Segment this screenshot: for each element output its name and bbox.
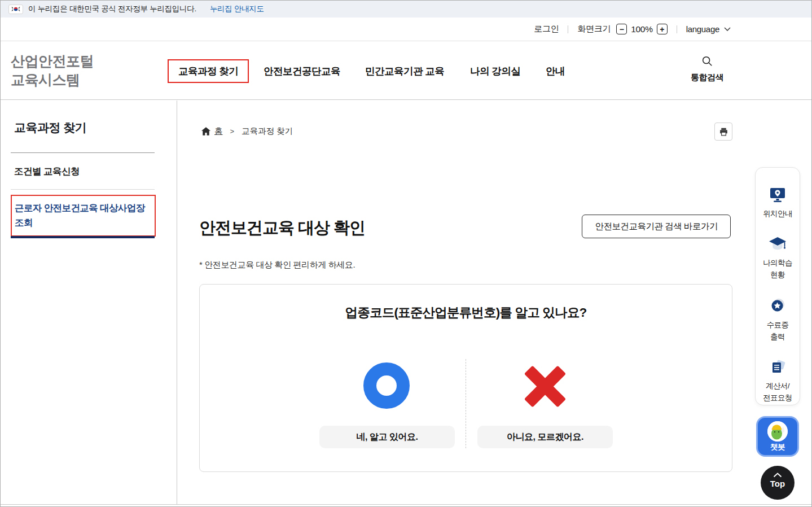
government-banner: 이 누리집은 대한민국 공식 전자정부 누리집입니다. 누리집 안내지도: [1, 1, 811, 18]
nav-label: 안전보건공단교육: [264, 64, 340, 78]
top-label: Top: [761, 479, 795, 488]
left-sidebar: 교육과정 찾기 조건별 교육신청 근로자 안전보건교육 대상사업장 조회: [1, 100, 177, 505]
login-link[interactable]: 로그인: [534, 24, 559, 34]
yes-button[interactable]: 네, 알고 있어요.: [319, 426, 455, 448]
page-title: 안전보건교육 대상 확인: [199, 217, 365, 239]
invoice-request-icon: [769, 359, 787, 376]
korea-flag-icon: [8, 5, 23, 14]
nav-label: 교육과정 찾기: [178, 64, 238, 78]
nav-label: 민간교육기관 교육: [365, 64, 444, 78]
institution-search-shortcut-button[interactable]: 안전보건교육기관 검색 바로가기: [582, 215, 731, 238]
page-note: * 안전보건교육 대상 확인 편리하게 하세요.: [199, 260, 355, 270]
site-logo[interactable]: 산업안전포털 교육시스템: [11, 52, 94, 89]
x-cross-icon: [524, 365, 567, 408]
sidebar-title: 교육과정 찾기: [14, 120, 86, 136]
quick-menu-certificate-print[interactable]: 수료증 출력: [767, 297, 789, 343]
divider: [568, 25, 568, 33]
quick-menu-my-learning[interactable]: 나의학습 현황: [763, 236, 792, 281]
quick-menu-label: 위치안내: [763, 208, 792, 220]
nav-item-kosha-education[interactable]: 안전보건공단교육: [264, 41, 340, 100]
zoom-in-button[interactable]: +: [657, 24, 668, 34]
zoom-out-button[interactable]: −: [616, 24, 627, 34]
screen-size-label: 화면크기: [577, 24, 611, 34]
sidebar-item-conditional-application[interactable]: 조건별 교육신청: [14, 165, 80, 178]
quick-menu-label: 계산서/: [763, 380, 792, 392]
divider: [677, 25, 677, 33]
option-no[interactable]: [477, 358, 613, 414]
print-button[interactable]: [714, 123, 732, 141]
sitemap-link[interactable]: 누리집 안내지도: [210, 4, 264, 14]
question-card: 업종코드(표준산업분류번호)를 알고 있나요? 네, 알고 있어요. 아니요, …: [199, 284, 732, 472]
quick-menu-location-guide[interactable]: 위치안내: [763, 186, 792, 220]
search-icon: [701, 55, 713, 67]
search-label: 통합검색: [689, 72, 725, 83]
printer-icon: [719, 127, 728, 137]
breadcrumb-home-label: 홈: [214, 126, 223, 137]
divider: [11, 152, 155, 153]
breadcrumb-separator: >: [230, 127, 235, 136]
nav-label: 나의 강의실: [470, 64, 520, 78]
sidebar-item-worker-education-lookup[interactable]: 근로자 안전보건교육 대상사업장 조회: [11, 195, 156, 237]
breadcrumb: 홈 > 교육과정 찾기: [201, 126, 293, 137]
quick-menu-label: 출력: [767, 331, 789, 343]
quick-menu-label: 현황: [763, 269, 792, 281]
active-underline: [11, 236, 155, 238]
chatbot-label: 챗봇: [758, 442, 797, 452]
o-circle-icon: [363, 362, 410, 409]
language-dropdown[interactable]: language: [686, 24, 731, 34]
chevron-down-icon: [724, 27, 731, 31]
site-header: 산업안전포털 교육시스템 교육과정 찾기 안전보건공단교육 민간교육기관 교육 …: [1, 41, 811, 100]
nav-item-course-search[interactable]: 교육과정 찾기: [168, 59, 249, 83]
page: 이 누리집은 대한민국 공식 전자정부 누리집입니다. 누리집 안내지도 로그인…: [0, 0, 812, 507]
logo-line1: 산업안전포털: [11, 52, 94, 71]
chatbot-mascot-icon: [767, 421, 788, 442]
nav-item-guide[interactable]: 안내: [546, 41, 565, 100]
integrated-search-button[interactable]: 통합검색: [689, 55, 725, 83]
divider: [466, 359, 466, 448]
gov-banner-text: 이 누리집은 대한민국 공식 전자정부 누리집입니다.: [28, 4, 196, 14]
breadcrumb-home[interactable]: 홈: [201, 126, 223, 137]
utility-bar: 로그인 화면크기 − 100% + language: [534, 18, 731, 41]
quick-menu-label: 수료증: [767, 319, 789, 331]
quick-menu-invoice-request[interactable]: 계산서/ 전표요청: [763, 359, 792, 404]
zoom-level-value: 100%: [631, 24, 652, 34]
language-label: language: [686, 24, 719, 34]
quick-menu-label: 나의학습: [763, 257, 792, 269]
chevron-up-icon: [773, 473, 782, 478]
quick-menu-label: 전표요청: [763, 392, 792, 404]
certificate-print-icon: [769, 297, 787, 315]
divider: [11, 189, 155, 190]
my-learning-icon: [768, 236, 787, 253]
sidebar-active-label: 근로자 안전보건교육 대상사업장 조회: [15, 203, 145, 228]
question-text: 업종코드(표준산업분류번호)를 알고 있나요?: [200, 304, 732, 321]
breadcrumb-current: 교육과정 찾기: [242, 126, 293, 137]
quick-menu-panel: 위치안내 나의학습 현황 수료증 출력: [755, 167, 800, 405]
location-guide-icon: [769, 186, 787, 204]
option-yes[interactable]: [319, 358, 455, 414]
nav-label: 안내: [546, 64, 565, 78]
footer-top-border: [1, 504, 811, 505]
home-icon: [201, 127, 210, 136]
logo-line2: 교육시스템: [11, 71, 94, 89]
no-button[interactable]: 아니요, 모르겠어요.: [477, 426, 613, 448]
scroll-top-button[interactable]: Top: [761, 466, 795, 500]
nav-item-private-education[interactable]: 민간교육기관 교육: [365, 41, 444, 100]
nav-item-my-classroom[interactable]: 나의 강의실: [470, 41, 520, 100]
chatbot-button[interactable]: 챗봇: [756, 416, 799, 457]
